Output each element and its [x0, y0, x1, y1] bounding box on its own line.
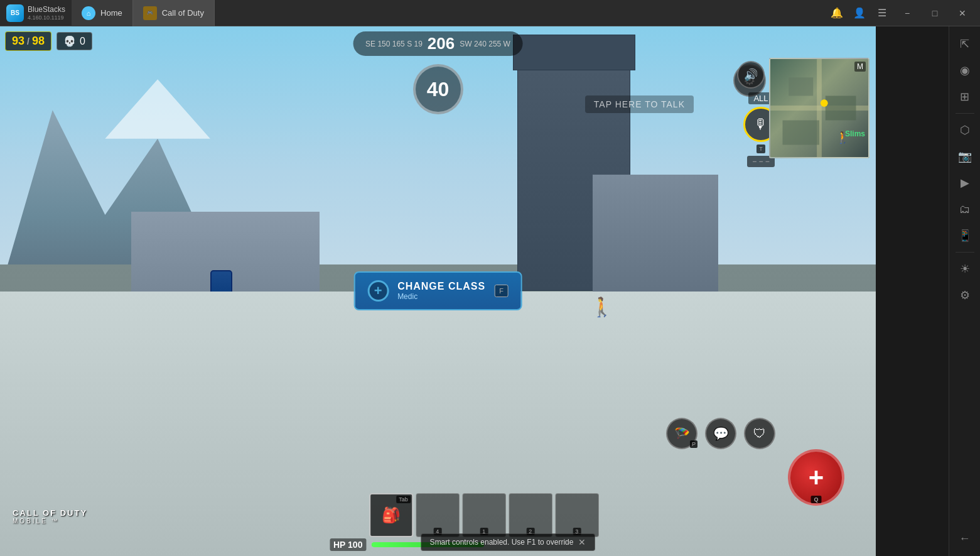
change-class-plus-icon: +	[367, 280, 389, 302]
minimap[interactable]: M 🚶 Slims	[769, 58, 870, 158]
timer-value: 40	[427, 78, 450, 101]
kills-count: 0	[80, 36, 85, 47]
smart-controls-text: Smart controls enabled. Use F1 to overri…	[430, 538, 574, 547]
kills-display: 💀 0	[57, 32, 92, 50]
minimap-roads	[770, 59, 868, 157]
hotbar-slot-0-key: Tab	[396, 496, 411, 503]
change-class-title: CHANGE CLASS	[397, 281, 485, 292]
voice-key: T	[757, 144, 765, 153]
change-class-key: F	[494, 285, 509, 297]
tower-roof	[513, 35, 636, 70]
hotbar-slot-1[interactable]: 4	[416, 493, 460, 537]
bluestacks-logo: BS BlueStacks 4.160.10.1119	[0, 4, 72, 22]
macro-icon[interactable]: ⬡	[952, 117, 977, 143]
smart-controls-close-btn[interactable]: ✕	[578, 537, 586, 547]
parachute-key: P	[690, 440, 697, 448]
health-display: 93 / 98	[5, 31, 51, 51]
medic-btn[interactable]: + Q	[788, 449, 844, 506]
hp-value: 100	[348, 540, 362, 550]
hotbar-slot-0[interactable]: 🎒 Tab	[369, 493, 413, 537]
home-icon: ⌂	[82, 6, 95, 20]
hp-label: HP 100	[330, 538, 366, 551]
maximize-btn[interactable]: □	[922, 0, 947, 26]
hud-bottom-right: 🪂 P 💬 🛡	[666, 418, 775, 449]
svg-rect-3	[789, 77, 813, 95]
timer-circle: 40	[413, 64, 463, 114]
sidebar-divider-2	[956, 252, 974, 253]
minimap-slims: Slims	[845, 129, 865, 138]
minimap-m-label: M	[854, 62, 866, 72]
compass-right: SW 240 255 W	[460, 40, 510, 48]
change-class-subtitle: Medic	[397, 292, 485, 301]
change-class-btn[interactable]: + CHANGE CLASS Medic F	[353, 271, 522, 310]
home-tab-label: Home	[100, 8, 122, 18]
layout-icon[interactable]: ⊞	[952, 84, 977, 109]
bluestacks-info: BlueStacks 4.160.10.1119	[28, 5, 65, 20]
home-tab[interactable]: ⌂ Home	[72, 0, 133, 26]
skull-icon: 💀	[63, 35, 76, 47]
bluestacks-version: 4.160.10.1119	[28, 14, 65, 21]
hotbar-slot-4[interactable]: 3	[555, 493, 599, 537]
titlebar-controls: 🔔 👤 ☰ − □ ✕	[827, 0, 980, 26]
notification-btn[interactable]: 🔔	[827, 3, 847, 23]
brightness-icon[interactable]: ☀	[952, 256, 977, 281]
account-btn[interactable]: 👤	[849, 3, 870, 23]
health-current: 93	[12, 35, 24, 48]
compass-left: SE 150 165 S 19	[365, 40, 423, 48]
hotbar-slot-0-icon: 🎒	[382, 506, 401, 524]
cod-tab[interactable]: 🎮 Call of Duty	[133, 0, 215, 26]
close-btn[interactable]: ✕	[950, 0, 975, 26]
record-icon[interactable]: ▶	[952, 170, 977, 195]
svg-point-6	[821, 99, 828, 107]
hud-topleft: 93 / 98 💀 0	[5, 31, 92, 51]
medic-group: + Q	[788, 449, 844, 506]
screenshot-icon[interactable]: 📷	[952, 144, 977, 169]
right-sidebar: ⇱ ◉ ⊞ ⬡ 📷 ▶ 🗂 📱 ☀ ⚙ ←	[949, 26, 980, 556]
cod-tab-label: Call of Duty	[162, 8, 204, 18]
svg-rect-4	[826, 96, 856, 121]
fullscreen-icon[interactable]: ⇱	[952, 31, 977, 57]
sound-btn[interactable]: 🔊	[737, 61, 765, 89]
cod-icon: 🎮	[143, 6, 157, 20]
camera-icon[interactable]: ◉	[952, 58, 977, 83]
bluestacks-name: BlueStacks	[28, 5, 65, 14]
hotbar-slot-3[interactable]: 2	[509, 493, 552, 537]
medic-key: Q	[810, 496, 821, 503]
health-max: 98	[32, 35, 45, 48]
change-class-text: CHANGE CLASS Medic	[397, 281, 485, 301]
cod-logo-line2: MOBILE ™	[13, 518, 87, 525]
cod-watermark: CALL OF DUTY MOBILE ™	[13, 509, 87, 525]
hotbar-slot-2[interactable]: 1	[462, 493, 506, 537]
bearing: 206	[428, 34, 455, 53]
minimize-btn[interactable]: −	[895, 0, 920, 26]
svg-rect-5	[783, 121, 820, 145]
enemy-figure: 🚶	[590, 296, 613, 318]
settings-sidebar-icon[interactable]: ⚙	[952, 283, 977, 308]
compass: SE 150 165 S 19 206 SW 240 255 W	[353, 31, 523, 56]
shield-btn[interactable]: 🛡	[744, 418, 775, 449]
phone-icon[interactable]: 📱	[952, 223, 977, 248]
bluestacks-icon: BS	[6, 4, 24, 22]
menu-btn[interactable]: ☰	[872, 3, 892, 23]
game-viewport[interactable]: 🚶 93 / 98 💀 0 SE 150 165 S 19 206 SW 240…	[0, 26, 876, 556]
smart-controls-bar: Smart controls enabled. Use F1 to overri…	[421, 533, 596, 551]
back-icon[interactable]: ←	[952, 526, 977, 551]
tap-to-talk-btn[interactable]: TAP HERE TO TALK	[585, 95, 694, 113]
cod-logo-line1: CALL OF DUTY	[13, 509, 87, 518]
titlebar: BS BlueStacks 4.160.10.1119 ⌂ Home 🎮 Cal…	[0, 0, 980, 26]
parachute-btn[interactable]: 🪂 P	[666, 418, 697, 449]
files-icon[interactable]: 🗂	[952, 197, 977, 222]
hotbar: 🎒 Tab 4 1 2 3	[369, 493, 599, 537]
sidebar-divider-1	[956, 113, 974, 114]
chat-btn[interactable]: 💬	[705, 418, 736, 449]
